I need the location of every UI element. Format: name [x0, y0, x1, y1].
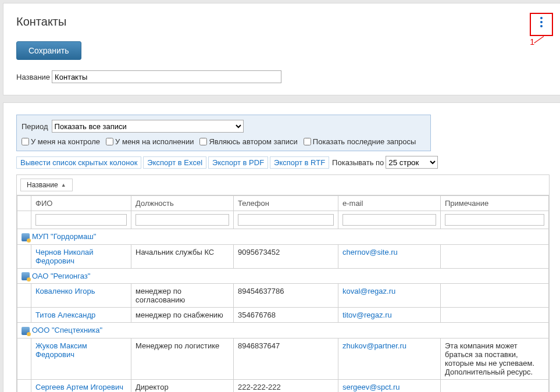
- page-title: Контакты: [16, 15, 550, 28]
- rows-per-page-select[interactable]: 25 строк: [386, 156, 438, 169]
- group-header-row[interactable]: МУП "Гордормаш": [17, 229, 549, 245]
- table-row: Сергеев Артем ИгоревичДиректор222-222-22…: [17, 379, 549, 392]
- cell-note: [441, 379, 549, 392]
- email-link[interactable]: sergeev@spct.ru: [343, 383, 400, 391]
- name-field-label: Название: [16, 73, 50, 81]
- filter-phone[interactable]: [238, 214, 334, 226]
- contact-fio-link[interactable]: Сергеев Артем Игоревич: [35, 383, 123, 391]
- contact-fio-link[interactable]: Жуков Максим Федорович: [35, 341, 87, 359]
- table-row: Коваленко Игорьменеджер по согласованию8…: [17, 284, 549, 308]
- column-headers: ФИО Должность Телефон e-mail Примечание: [17, 196, 549, 211]
- cell-phone: 9095673452: [234, 244, 338, 268]
- cell-phone: 89454637786: [234, 284, 338, 308]
- contact-fio-link[interactable]: Чернов Николай Федорович: [35, 248, 94, 265]
- filter-box: Период Показать все записи У меня на кон…: [16, 115, 431, 151]
- col-header-note[interactable]: Примечание: [441, 196, 549, 211]
- show-hidden-cols-link[interactable]: Вывести список скрытых колонок: [16, 156, 141, 169]
- sort-asc-icon: ▲: [61, 182, 66, 188]
- org-icon: [22, 272, 30, 280]
- cell-note: [441, 308, 549, 323]
- cell-note: [441, 284, 549, 308]
- group-title-link[interactable]: ОАО "Регионгаз": [32, 272, 90, 280]
- filter-fio[interactable]: [35, 214, 127, 226]
- group-by-bar: Название ▲: [17, 175, 549, 195]
- cell-position: Начальник службы КС: [131, 244, 234, 268]
- table-row: Жуков Максим ФедоровичМенеджер по логист…: [17, 338, 549, 379]
- cell-position: Менеджер по логистике: [131, 338, 234, 379]
- group-title-link[interactable]: МУП "Гордормаш": [32, 232, 96, 241]
- period-label: Период: [22, 122, 48, 131]
- group-by-chip[interactable]: Название ▲: [20, 179, 73, 191]
- group-header-row[interactable]: ОАО "Регионгаз": [17, 268, 549, 284]
- contact-fio-link[interactable]: Титов Александр: [35, 311, 95, 319]
- filter-position[interactable]: [135, 214, 229, 226]
- rows-per-page-label: Показывать по: [332, 158, 384, 167]
- group-title-link[interactable]: ООО "Спецтехника": [32, 326, 102, 334]
- filter-note[interactable]: [445, 214, 544, 226]
- col-header-fio[interactable]: ФИО: [31, 196, 131, 211]
- annotation-label: 1: [530, 37, 534, 47]
- cell-position: Директор: [131, 379, 234, 392]
- period-select[interactable]: Показать все записи: [52, 120, 244, 133]
- col-header-email[interactable]: e-mail: [338, 196, 441, 211]
- cell-note: [441, 244, 549, 268]
- org-icon: [22, 327, 30, 335]
- kebab-menu-icon[interactable]: [533, 14, 550, 30]
- email-link[interactable]: zhukov@partner.ru: [343, 341, 406, 350]
- cb-my-control[interactable]: У меня на контроле: [22, 137, 100, 146]
- col-header-position[interactable]: Должность: [131, 196, 234, 211]
- email-link[interactable]: chernov@site.ru: [343, 248, 398, 256]
- content-panel: Период Показать все записи У меня на кон…: [3, 102, 560, 392]
- save-button[interactable]: Сохранить: [16, 41, 81, 60]
- export-rtf-link[interactable]: Экспорт в RTF: [270, 156, 329, 169]
- cell-note: Эта компания может браться за поставки, …: [441, 338, 549, 379]
- export-excel-link[interactable]: Экспорт в Excel: [143, 156, 206, 169]
- group-header-row[interactable]: ООО "Спецтехника": [17, 323, 549, 338]
- cb-recent[interactable]: Показать последние запросы: [304, 137, 416, 146]
- table-row: Титов Александрменеджер по снабжению3546…: [17, 308, 549, 323]
- cell-phone: 222-222-222: [234, 379, 338, 392]
- header-panel: 1 Контакты Сохранить Название: [3, 3, 560, 95]
- cb-my-exec[interactable]: У меня на исполнении: [106, 137, 194, 146]
- cell-phone: 354676768: [234, 308, 338, 323]
- action-row: Вывести список скрытых колонок Экспорт в…: [16, 156, 550, 169]
- filter-row: [17, 211, 549, 229]
- name-field[interactable]: [52, 70, 281, 83]
- contact-fio-link[interactable]: Коваленко Игорь: [35, 287, 95, 295]
- email-link[interactable]: titov@regaz.ru: [343, 311, 392, 319]
- cb-author[interactable]: Являюсь автором записи: [199, 137, 297, 146]
- cell-position: менеджер по согласованию: [131, 284, 234, 308]
- email-link[interactable]: koval@regaz.ru: [343, 287, 395, 295]
- table-row: Чернов Николай ФедоровичНачальник службы…: [17, 244, 549, 268]
- col-header-phone[interactable]: Телефон: [234, 196, 338, 211]
- cell-position: менеджер по снабжению: [131, 308, 234, 323]
- filter-email[interactable]: [343, 214, 436, 226]
- cell-phone: 8946837647: [234, 338, 338, 379]
- annotation-line: [534, 36, 544, 43]
- data-grid: Название ▲ ФИО Должность Телефон e-mail …: [16, 174, 550, 392]
- org-icon: [22, 233, 30, 241]
- export-pdf-link[interactable]: Экспорт в PDF: [208, 156, 268, 169]
